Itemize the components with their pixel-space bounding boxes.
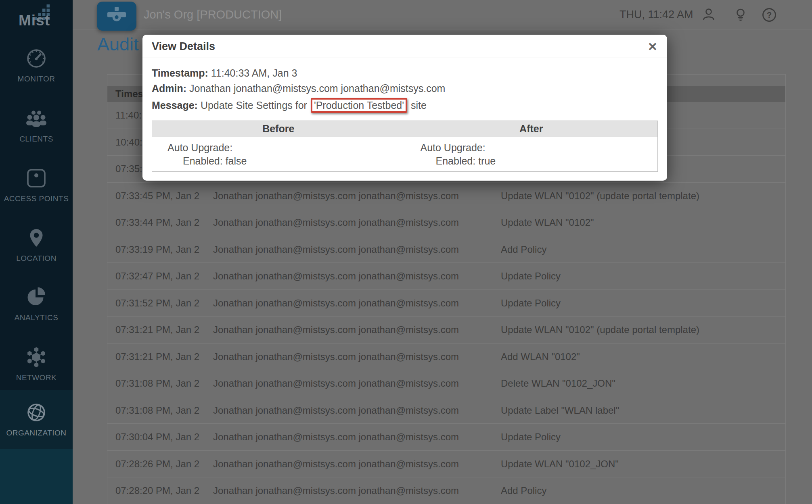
row-admin: Jonathan jonathan@mistsys.com jonathan@m…: [213, 397, 459, 424]
sidebar-item-organization[interactable]: ORGANIZATION: [0, 390, 73, 449]
org-sites-icon: [106, 6, 127, 26]
modal-title: View Details: [152, 35, 215, 58]
top-header-bar: Jon's Org [PRODUCTION] THU, 11:42 AM ?: [73, 0, 812, 29]
detail-message-line: Message: Update Site Settings for 'Produ…: [152, 98, 658, 113]
sidebar-item-monitor[interactable]: MONITOR: [0, 35, 73, 95]
row-admin: Jonathan jonathan@mistsys.com jonathan@m…: [213, 209, 459, 236]
table-row[interactable]: 07:32:47 PM, Jan 2Jonathan jonathan@mist…: [107, 263, 785, 290]
sidebar-item-location[interactable]: LOCATION: [0, 215, 73, 275]
org-switcher-button[interactable]: [97, 2, 136, 31]
sidebar-item-label: ANALYTICS: [15, 313, 59, 322]
table-row[interactable]: 07:30:04 PM, Jan 2Jonathan jonathan@mist…: [107, 424, 785, 451]
row-timestamp: 10:40:: [115, 129, 142, 156]
table-row[interactable]: 07:33:45 PM, Jan 2Jonathan jonathan@mist…: [107, 183, 785, 210]
table-row[interactable]: 07:31:52 PM, Jan 2Jonathan jonathan@mist…: [107, 290, 785, 317]
admin-value: Jonathan jonathan@mistsys.com jonathan@m…: [189, 83, 445, 94]
row-admin: Jonathan jonathan@mistsys.com jonathan@m…: [213, 477, 459, 504]
sidebar-item-label: CLIENTS: [19, 135, 53, 144]
row-message: Update Policy: [501, 263, 561, 290]
row-message: Update WLAN "0102_JON": [501, 451, 619, 478]
table-row[interactable]: 07:33:44 PM, Jan 2Jonathan jonathan@mist…: [107, 209, 785, 236]
row-message: Update WLAN "0102": [501, 209, 594, 236]
sidebar-item-access-points[interactable]: ACCESS POINTS: [0, 155, 73, 215]
message-prefix: Update Site Settings for: [201, 100, 310, 111]
detail-admin-line: Admin: Jonathan jonathan@mistsys.com jon…: [152, 83, 658, 94]
bulb-icon[interactable]: [734, 8, 747, 23]
row-timestamp: 07:33:19 PM, Jan 2: [115, 236, 199, 263]
location-pin-icon: [25, 227, 48, 250]
row-timestamp: 07:30:04 PM, Jan 2: [115, 424, 199, 451]
before-after-table: Before After Auto Upgrade: Enabled: fals…: [152, 121, 658, 172]
timestamp-value: 11:40:33 AM, Jan 3: [211, 67, 297, 79]
admin-label: Admin:: [152, 83, 186, 94]
row-message: Update Policy: [501, 424, 561, 451]
network-icon: [25, 346, 48, 369]
gauge-icon: [25, 47, 48, 71]
sidebar-item-label: ACCESS POINTS: [4, 194, 69, 203]
table-row[interactable]: 07:28:26 PM, Jan 2Jonathan jonathan@mist…: [107, 451, 785, 478]
row-admin: Jonathan jonathan@mistsys.com jonathan@m…: [213, 370, 459, 397]
before-cell: Auto Upgrade: Enabled: false: [152, 137, 405, 172]
row-timestamp: 07:28:20 PM, Jan 2: [115, 477, 199, 504]
sidebar-item-analytics[interactable]: ANALYTICS: [0, 274, 73, 334]
row-message: Add Policy: [501, 236, 546, 263]
row-timestamp: 07:31:08 PM, Jan 2: [115, 370, 199, 397]
svg-text:?: ?: [767, 10, 772, 19]
sidebar-item-label: LOCATION: [16, 254, 57, 263]
pie-chart-icon: [25, 286, 48, 309]
message-label: Message:: [152, 100, 198, 111]
annotation-highlight-box: 'Production Testbed': [311, 98, 407, 113]
header-clock: THU, 11:42 AM: [619, 0, 693, 29]
row-message: Update WLAN "0102" (update portal templa…: [501, 317, 699, 344]
row-timestamp: 07:33:44 PM, Jan 2: [115, 209, 199, 236]
row-admin: Jonathan jonathan@mistsys.com jonathan@m…: [213, 263, 459, 290]
table-row[interactable]: 07:31:08 PM, Jan 2Jonathan jonathan@mist…: [107, 370, 785, 397]
row-message: Add WLAN "0102": [501, 344, 580, 371]
org-name: Jon's Org [PRODUCTION]: [144, 0, 282, 29]
mist-logo[interactable]: Mist: [0, 2, 73, 30]
row-timestamp: 07:32:47 PM, Jan 2: [115, 263, 199, 290]
detail-timestamp-line: Timestamp: 11:40:33 AM, Jan 3: [152, 67, 658, 79]
clients-icon: [25, 107, 48, 131]
table-row[interactable]: 07:31:08 PM, Jan 2Jonathan jonathan@mist…: [107, 397, 785, 424]
access-point-icon: [25, 167, 48, 190]
modal-body: Timestamp: 11:40:33 AM, Jan 3 Admin: Jon…: [142, 58, 667, 172]
before-header: Before: [152, 121, 405, 137]
before-setting: Auto Upgrade:: [152, 141, 405, 154]
sidebar-item-label: ORGANIZATION: [6, 429, 66, 437]
globe-icon: [25, 401, 48, 425]
row-admin: Jonathan jonathan@mistsys.com jonathan@m…: [213, 451, 459, 478]
modal-titlebar: View Details ✕: [142, 35, 667, 58]
sidebar: Mist MONITOR CLIENTSACCESS POINTSLOCATIO…: [0, 0, 73, 504]
table-row[interactable]: 07:28:20 PM, Jan 2Jonathan jonathan@mist…: [107, 477, 785, 504]
row-message: Update WLAN "0102" (update portal templa…: [501, 183, 699, 210]
row-message: Update Policy: [501, 290, 561, 317]
row-timestamp: 07:31:21 PM, Jan 2: [115, 344, 199, 371]
row-timestamp: 11:40:: [115, 102, 142, 129]
after-setting: Auto Upgrade:: [405, 141, 658, 154]
row-timestamp: 07:28:26 PM, Jan 2: [115, 451, 199, 478]
mist-logo-text: Mist: [19, 12, 50, 29]
row-timestamp: 07:31:52 PM, Jan 2: [115, 290, 199, 317]
row-timestamp: 07:35:: [115, 156, 142, 183]
table-row[interactable]: 07:33:19 PM, Jan 2Jonathan jonathan@mist…: [107, 236, 785, 263]
sidebar-item-label: NETWORK: [16, 373, 57, 382]
user-icon[interactable]: [701, 7, 716, 23]
row-message: Update Label "WLAN label": [501, 397, 619, 424]
sidebar-item-network[interactable]: NETWORK: [0, 334, 73, 394]
close-icon[interactable]: ✕: [645, 39, 661, 55]
sidebar-item-label: MONITOR: [18, 75, 55, 83]
help-icon[interactable]: ?: [761, 7, 777, 25]
row-timestamp: 07:31:21 PM, Jan 2: [115, 317, 199, 344]
sidebar-bottom-panel: [0, 449, 73, 504]
row-admin: Jonathan jonathan@mistsys.com jonathan@m…: [213, 236, 459, 263]
row-message: Add Policy: [501, 477, 546, 504]
after-header: After: [405, 121, 658, 137]
table-row[interactable]: 07:31:21 PM, Jan 2Jonathan jonathan@mist…: [107, 344, 785, 371]
row-admin: Jonathan jonathan@mistsys.com jonathan@m…: [213, 317, 459, 344]
after-value: Enabled: true: [405, 154, 658, 168]
row-timestamp: 07:31:08 PM, Jan 2: [115, 397, 199, 424]
view-details-modal: View Details ✕ Timestamp: 11:40:33 AM, J…: [142, 35, 667, 181]
sidebar-item-clients[interactable]: CLIENTS: [0, 96, 73, 155]
table-row[interactable]: 07:31:21 PM, Jan 2Jonathan jonathan@mist…: [107, 317, 785, 344]
